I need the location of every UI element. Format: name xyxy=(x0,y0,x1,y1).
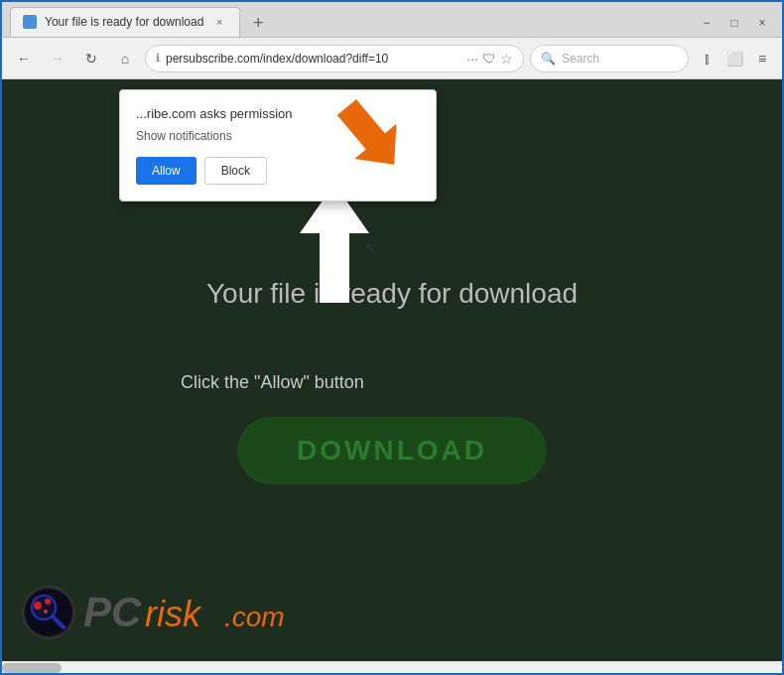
search-icon: 🔍 xyxy=(541,52,556,66)
toolbar: ← → ↻ ⌂ ℹ persubscribe.com/index/downloa… xyxy=(2,38,782,79)
svg-text:risk: risk xyxy=(145,594,202,634)
block-button[interactable]: Block xyxy=(204,157,267,185)
tab-close-button[interactable]: × xyxy=(211,14,227,30)
reading-list-icon[interactable]: ⫿ xyxy=(695,47,719,70)
new-tab-button[interactable]: + xyxy=(244,9,272,37)
address-actions: ··· 🛡 ☆ xyxy=(466,51,513,67)
url-text: persubscribe.com/index/download?diff=10 xyxy=(166,52,460,66)
synced-tabs-icon[interactable]: ⬜ xyxy=(722,47,746,70)
maximize-button[interactable]: □ xyxy=(722,13,746,33)
pcrisk-logo: PC risk .com xyxy=(22,583,302,641)
menu-icon[interactable]: ≡ xyxy=(750,47,774,70)
page-content: Your file is ready for download xyxy=(2,278,782,310)
more-button[interactable]: ··· xyxy=(466,51,478,67)
bookmark-icon[interactable]: ☆ xyxy=(500,51,513,67)
security-icon: ℹ xyxy=(156,52,160,65)
search-placeholder: Search xyxy=(562,52,599,66)
svg-point-6 xyxy=(34,602,42,609)
forward-button: → xyxy=(44,45,71,72)
window-controls: − □ × xyxy=(695,13,774,37)
search-box[interactable]: 🔍 Search xyxy=(530,45,689,72)
scrollbar-thumb[interactable] xyxy=(2,663,62,673)
mouse-cursor: ↖ xyxy=(364,238,379,260)
home-button[interactable]: ⌂ xyxy=(111,45,139,72)
svg-text:PC: PC xyxy=(83,589,142,635)
toolbar-end: ⫿ ⬜ ≡ xyxy=(695,47,774,70)
orange-arrow-annotation xyxy=(329,91,409,171)
address-bar[interactable]: ℹ persubscribe.com/index/download?diff=1… xyxy=(145,45,524,72)
active-tab[interactable]: Your file is ready for download × xyxy=(10,7,240,37)
horizontal-scrollbar[interactable] xyxy=(2,661,782,673)
browser-window: Your file is ready for download × + − □ … xyxy=(2,2,782,673)
tab-bar: Your file is ready for download × + − □ … xyxy=(2,2,782,38)
back-button[interactable]: ← xyxy=(10,45,38,72)
download-button-container: DOWNLOAD xyxy=(237,417,547,484)
tab-title: Your file is ready for download xyxy=(45,15,203,29)
pocket-icon[interactable]: 🛡 xyxy=(482,51,496,67)
allow-button[interactable]: Allow xyxy=(136,157,196,185)
logo-text: PC risk .com xyxy=(83,583,302,641)
svg-point-8 xyxy=(44,609,48,613)
svg-marker-1 xyxy=(300,184,369,303)
content-area: ...ribe.com asks permission Show notific… xyxy=(2,79,782,661)
svg-point-7 xyxy=(45,599,51,605)
download-button[interactable]: DOWNLOAD xyxy=(237,417,547,484)
tab-favicon xyxy=(23,15,37,29)
minimize-button[interactable]: − xyxy=(695,13,719,33)
click-instruction: Click the "Allow" button xyxy=(181,372,364,393)
close-button[interactable]: × xyxy=(750,13,774,33)
svg-text:.com: .com xyxy=(224,602,285,632)
svg-marker-0 xyxy=(329,91,416,181)
reload-button[interactable]: ↻ xyxy=(77,45,105,72)
page-heading: Your file is ready for download xyxy=(2,278,782,310)
logo-icon xyxy=(22,586,75,639)
